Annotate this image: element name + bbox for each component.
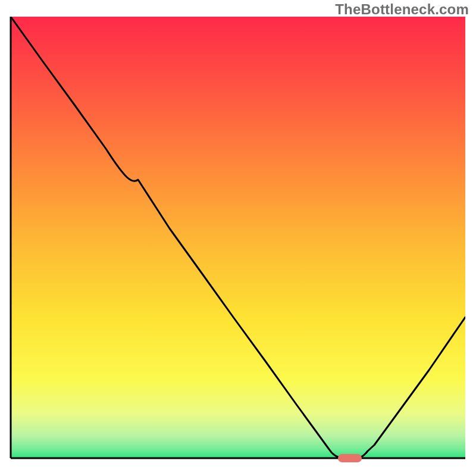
watermark-text: TheBottleneck.com xyxy=(335,1,469,18)
chart-container: { "watermark": "TheBottleneck.com", "col… xyxy=(0,0,476,476)
gradient-background xyxy=(11,17,465,458)
minimum-marker xyxy=(338,454,362,462)
bottleneck-chart xyxy=(0,0,476,476)
